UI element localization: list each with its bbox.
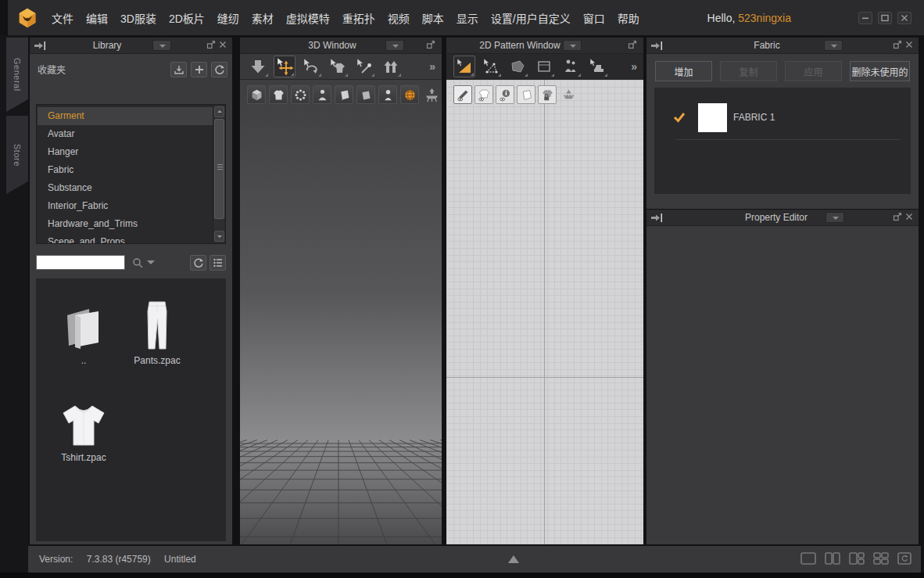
show-avatar-toggle[interactable] bbox=[313, 85, 331, 104]
2d-pattern-canvas[interactable] bbox=[446, 80, 643, 544]
pin-tool[interactable] bbox=[353, 56, 375, 77]
fabric-list-item[interactable]: FABRIC 1 bbox=[654, 102, 911, 136]
menu-settings[interactable]: 设置/用户自定义 bbox=[485, 5, 577, 31]
list-item-fabric[interactable]: Fabric bbox=[38, 161, 213, 179]
more-tools-icon[interactable]: » bbox=[429, 60, 435, 73]
select-rotate-tool[interactable] bbox=[300, 56, 322, 77]
layout-reset-icon[interactable] bbox=[897, 552, 911, 565]
expand-statusbar-icon[interactable] bbox=[508, 555, 519, 563]
property-editor-menu-dropdown[interactable] bbox=[826, 212, 844, 223]
scrollbar-thumb[interactable] bbox=[214, 119, 224, 219]
tab-store[interactable]: Store bbox=[6, 116, 28, 194]
show-pattern-toggle[interactable] bbox=[517, 85, 535, 104]
move-garment-tool[interactable] bbox=[327, 56, 349, 77]
add-favorite-button[interactable] bbox=[191, 62, 207, 77]
menu-retopology[interactable]: 重拓扑 bbox=[336, 5, 381, 31]
fabric-menu-dropdown[interactable] bbox=[824, 40, 843, 51]
more-tools-icon[interactable]: » bbox=[631, 60, 637, 73]
fold-arrangement-tool[interactable] bbox=[380, 56, 402, 77]
list-item-hanger[interactable]: Hanger bbox=[38, 143, 213, 161]
show-cloth-front-toggle[interactable] bbox=[335, 85, 353, 104]
scroll-down-icon[interactable] bbox=[214, 231, 224, 242]
create-polygon-tool[interactable] bbox=[507, 56, 528, 77]
edit-pattern-tool[interactable] bbox=[480, 56, 502, 77]
minimize-button[interactable] bbox=[858, 12, 872, 24]
show-pattern-info-toggle[interactable] bbox=[496, 85, 514, 104]
select-move-tool[interactable] bbox=[274, 56, 295, 77]
menu-script[interactable]: 脚本 bbox=[416, 5, 450, 31]
trace-tool[interactable] bbox=[533, 56, 555, 77]
layout-single-icon[interactable] bbox=[800, 552, 816, 565]
list-item-substance[interactable]: Substance bbox=[38, 179, 213, 197]
lock-pattern-toggle[interactable] bbox=[538, 85, 557, 104]
add-fabric-button[interactable]: 增加 bbox=[655, 61, 712, 81]
menu-help[interactable]: 帮助 bbox=[611, 5, 646, 31]
show-sketch-toggle[interactable] bbox=[453, 85, 472, 104]
list-item-scene-and-props[interactable]: Scene_and_Props bbox=[38, 233, 213, 243]
show-avatar-silhouette-tool[interactable] bbox=[560, 56, 582, 77]
menu-video[interactable]: 视频 bbox=[381, 5, 416, 31]
user-greeting[interactable]: Hello, 523ningxia bbox=[707, 12, 791, 24]
close-window-button[interactable] bbox=[897, 12, 911, 24]
show-cloth-back-toggle[interactable] bbox=[356, 85, 375, 104]
menu-2d-pattern[interactable]: 2D板片 bbox=[163, 5, 211, 31]
transform-pattern-tool[interactable] bbox=[453, 56, 475, 77]
list-item-garment[interactable]: Garment bbox=[38, 107, 213, 125]
fabric-swatch[interactable] bbox=[698, 103, 727, 132]
file-item-parent-folder[interactable]: .. bbox=[47, 299, 120, 366]
3d-window-menu-dropdown[interactable] bbox=[385, 40, 404, 51]
apply-fabric-button[interactable]: 应用 bbox=[785, 61, 842, 81]
layout-two-icon[interactable] bbox=[825, 552, 840, 565]
layout-mixed-icon[interactable] bbox=[849, 552, 865, 565]
close-panel-icon[interactable] bbox=[218, 40, 229, 51]
favorites-scrollbar[interactable] bbox=[213, 106, 224, 242]
search-input[interactable] bbox=[36, 255, 125, 270]
refresh-favorites-button[interactable] bbox=[211, 62, 227, 77]
undock-icon[interactable] bbox=[893, 212, 904, 223]
dock-arrow-icon[interactable] bbox=[34, 41, 46, 51]
arrangement-board-icon[interactable] bbox=[422, 85, 441, 104]
show-ruler-icon[interactable] bbox=[559, 85, 578, 104]
menu-avatar[interactable]: 虚拟模特 bbox=[280, 5, 336, 31]
library-menu-dropdown[interactable] bbox=[152, 40, 171, 51]
show-textured-surface-toggle[interactable] bbox=[247, 85, 266, 104]
search-options-dropdown-icon[interactable] bbox=[147, 260, 155, 268]
menu-file[interactable]: 文件 bbox=[45, 5, 80, 31]
checkmark-icon[interactable] bbox=[673, 112, 686, 123]
show-garment-toggle[interactable] bbox=[269, 85, 288, 104]
layout-quad-icon[interactable] bbox=[873, 552, 889, 565]
scroll-up-icon[interactable] bbox=[214, 106, 224, 117]
tab-general[interactable]: General bbox=[6, 38, 28, 112]
menu-3d-garment[interactable]: 3D服装 bbox=[114, 5, 163, 31]
file-item-pants[interactable]: Pants.zpac bbox=[120, 299, 194, 366]
undock-icon[interactable] bbox=[893, 40, 904, 51]
list-item-avatar[interactable]: Avatar bbox=[38, 125, 213, 143]
menu-display[interactable]: 显示 bbox=[450, 5, 485, 31]
undock-icon[interactable] bbox=[206, 40, 217, 51]
show-garment-2d-toggle[interactable] bbox=[475, 85, 493, 104]
menu-sewing[interactable]: 缝纫 bbox=[211, 5, 245, 31]
copy-fabric-button[interactable]: 复制 bbox=[720, 61, 777, 81]
refresh-library-button[interactable] bbox=[190, 255, 206, 271]
menu-edit[interactable]: 编辑 bbox=[80, 5, 114, 31]
show-map-toggle[interactable] bbox=[400, 85, 419, 104]
search-icon[interactable] bbox=[131, 257, 144, 269]
undock-icon[interactable] bbox=[426, 40, 437, 51]
3d-viewport[interactable] bbox=[240, 80, 442, 544]
maximize-button[interactable] bbox=[878, 12, 892, 24]
show-bust-toggle[interactable] bbox=[378, 85, 397, 104]
close-panel-icon[interactable] bbox=[904, 40, 915, 51]
app-logo-icon[interactable] bbox=[17, 8, 38, 28]
close-panel-icon[interactable] bbox=[904, 212, 915, 223]
list-view-button[interactable] bbox=[210, 255, 226, 271]
menu-material[interactable]: 素材 bbox=[245, 5, 280, 31]
delete-unused-fabric-button[interactable]: 删除未使用的 bbox=[850, 61, 910, 81]
simulate-tool[interactable] bbox=[247, 56, 269, 77]
undock-icon[interactable] bbox=[628, 40, 639, 51]
list-item-interior-fabric[interactable]: Interior_Fabric bbox=[38, 197, 213, 215]
2d-pattern-menu-dropdown[interactable] bbox=[563, 40, 582, 51]
file-item-tshirt[interactable]: Tshirt.zpac bbox=[47, 396, 120, 463]
sewing-machine-tool[interactable] bbox=[586, 56, 608, 77]
import-favorite-button[interactable] bbox=[170, 62, 187, 77]
list-item-hardware-and-trims[interactable]: Hardware_and_Trims bbox=[38, 215, 213, 233]
